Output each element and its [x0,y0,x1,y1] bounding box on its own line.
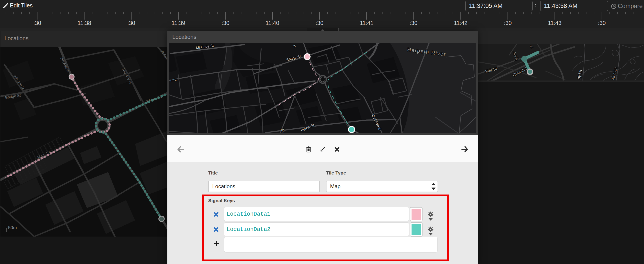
svg-text:50m: 50m [8,225,17,230]
